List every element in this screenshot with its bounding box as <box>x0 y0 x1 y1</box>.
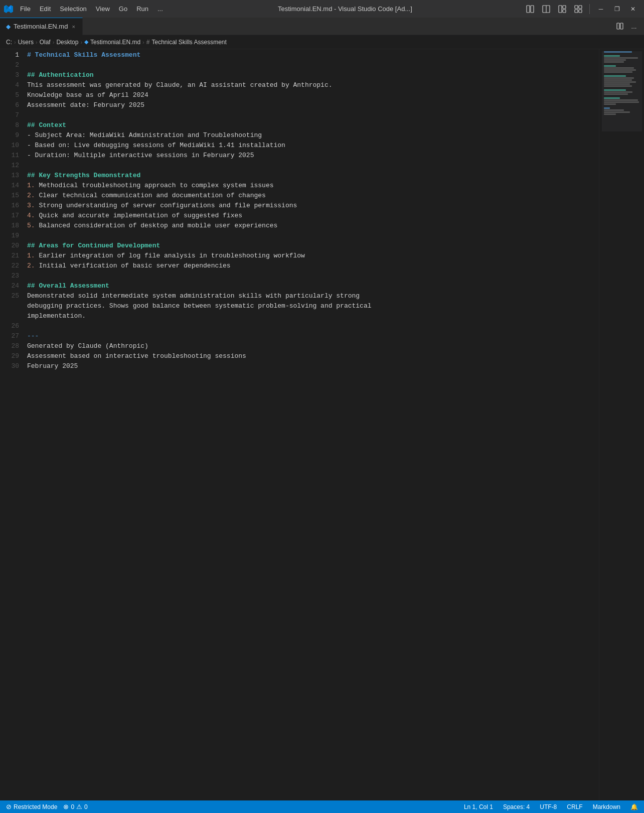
error-icon: ⊗ <box>63 803 69 810</box>
vscode-logo-icon <box>4 5 13 14</box>
code-line-27: --- <box>27 331 599 341</box>
line-num-29: 29 <box>0 351 19 361</box>
warning-count: 0 <box>84 803 88 810</box>
code-line-25c: implementation. <box>27 311 599 321</box>
encoding-label: UTF-8 <box>540 803 557 810</box>
menu-file[interactable]: File <box>16 4 35 14</box>
svg-rect-11 <box>617 23 619 29</box>
code-line-10: - Based on: Live debugging sessions of M… <box>27 141 599 151</box>
layout-btn-2[interactable] <box>539 2 553 16</box>
line-num-1: 1 <box>0 50 19 60</box>
code-line-8: ## Context <box>27 120 599 130</box>
encoding-item[interactable]: UTF-8 <box>538 800 559 813</box>
line-num-2: 2 <box>0 60 19 70</box>
code-editor[interactable]: # Technical Skills Assessment ## Authent… <box>25 49 599 800</box>
code-line-19 <box>27 231 599 241</box>
breadcrumb: C: › Users › Olaf › Desktop › ◆ Testimon… <box>0 35 644 49</box>
line-num-26: 26 <box>0 321 19 331</box>
menu-view[interactable]: View <box>92 4 114 14</box>
line-num-3: 3 <box>0 70 19 80</box>
code-line-24: ## Overall Assessment <box>27 281 599 291</box>
line-num-18: 18 <box>0 221 19 231</box>
line-num-22: 22 <box>0 261 19 271</box>
line-ending-label: CRLF <box>567 803 582 810</box>
errors-item[interactable]: ⊗ 0 ⚠ 0 <box>61 800 89 813</box>
notifications-item[interactable]: 🔔 <box>628 800 640 813</box>
line-num-8: 8 <box>0 120 19 130</box>
line-num-6: 6 <box>0 100 19 110</box>
status-bar-right: Ln 1, Col 1 Spaces: 4 UTF-8 CRLF Markdow… <box>462 800 640 813</box>
code-line-12 <box>27 161 599 171</box>
code-line-4: This assessment was generated by Claude,… <box>27 80 599 90</box>
close-button[interactable]: ✕ <box>626 2 640 16</box>
layout-btn-3[interactable] <box>555 2 569 16</box>
tab-testimonial[interactable]: ◆ Testimonial.EN.md × <box>0 18 83 35</box>
code-line-30: February 2025 <box>27 361 599 371</box>
line-num-11: 11 <box>0 151 19 161</box>
breadcrumb-olaf[interactable]: Olaf <box>40 39 51 46</box>
tab-bar: ◆ Testimonial.EN.md × ... <box>0 18 644 35</box>
line-num-7: 7 <box>0 110 19 120</box>
menu-run[interactable]: Run <box>132 4 152 14</box>
menu-more[interactable]: ... <box>153 4 167 14</box>
menu-edit[interactable]: Edit <box>36 4 55 14</box>
tab-close-button[interactable]: × <box>71 23 76 31</box>
line-num-23: 23 <box>0 271 19 281</box>
restricted-mode-item[interactable]: ⊘ Restricted Mode <box>4 800 59 813</box>
language-item[interactable]: Markdown <box>591 800 622 813</box>
window-title: Testimonial.EN.md - Visual Studio Code [… <box>171 5 519 13</box>
line-num-14: 14 <box>0 181 19 191</box>
line-numbers: 1 2 3 4 5 6 7 8 9 10 11 12 13 14 15 16 1… <box>0 49 25 800</box>
breadcrumb-sep-4: › <box>80 39 82 45</box>
minimize-button[interactable]: ─ <box>594 2 608 16</box>
split-editor-button[interactable] <box>614 20 626 32</box>
code-line-11: - Duration: Multiple interactive session… <box>27 151 599 161</box>
svg-rect-4 <box>559 6 562 13</box>
line-num-15: 15 <box>0 191 19 201</box>
svg-rect-12 <box>620 23 623 29</box>
code-line-20: ## Areas for Continued Development <box>27 241 599 251</box>
code-line-16: 3. Strong understanding of server config… <box>27 201 599 211</box>
svg-rect-7 <box>575 6 578 9</box>
code-line-1: # Technical Skills Assessment <box>27 50 599 60</box>
cursor-position-item[interactable]: Ln 1, Col 1 <box>462 800 495 813</box>
code-line-28: Generated by Claude (Anthropic) <box>27 341 599 351</box>
code-line-2 <box>27 60 599 70</box>
more-actions-button[interactable]: ... <box>628 20 640 32</box>
line-num-17: 17 <box>0 211 19 221</box>
svg-rect-1 <box>531 6 534 13</box>
minimap[interactable] <box>599 49 644 800</box>
breadcrumb-sep-2: › <box>36 39 38 45</box>
menu-bar: File Edit Selection View Go Run ... <box>16 4 167 14</box>
breadcrumb-filename[interactable]: Testimonial.EN.md <box>90 39 140 46</box>
breadcrumb-users[interactable]: Users <box>18 39 34 46</box>
editor-area: 1 2 3 4 5 6 7 8 9 10 11 12 13 14 15 16 1… <box>0 49 644 800</box>
breadcrumb-desktop[interactable]: Desktop <box>56 39 78 46</box>
layout-btn-1[interactable] <box>523 2 537 16</box>
line-num-10: 10 <box>0 141 19 151</box>
spaces-item[interactable]: Spaces: 4 <box>501 800 532 813</box>
breadcrumb-section[interactable]: Technical Skills Assessment <box>151 39 226 46</box>
line-ending-item[interactable]: CRLF <box>565 800 584 813</box>
code-line-17: 4. Quick and accurate implementation of … <box>27 211 599 221</box>
menu-selection[interactable]: Selection <box>56 4 90 14</box>
line-num-9: 9 <box>0 130 19 141</box>
svg-rect-9 <box>575 10 578 13</box>
breadcrumb-hash: # <box>146 39 150 46</box>
svg-rect-8 <box>579 6 582 9</box>
code-line-6: Assessment date: February 2025 <box>27 100 599 110</box>
breadcrumb-sep-5: › <box>142 39 144 45</box>
svg-rect-0 <box>527 6 530 13</box>
status-bar-left: ⊘ Restricted Mode ⊗ 0 ⚠ 0 <box>4 800 462 813</box>
svg-rect-10 <box>579 10 582 13</box>
restore-button[interactable]: ❐ <box>610 2 624 16</box>
layout-btn-4[interactable] <box>571 2 585 16</box>
breadcrumb-sep-1: › <box>14 39 16 45</box>
restricted-mode-label: Restricted Mode <box>14 803 57 810</box>
menu-go[interactable]: Go <box>115 4 131 14</box>
line-num-28: 28 <box>0 341 19 351</box>
language-label: Markdown <box>593 803 620 810</box>
line-num-21: 21 <box>0 251 19 261</box>
spaces-label: Spaces: 4 <box>503 803 530 810</box>
breadcrumb-c[interactable]: C: <box>6 39 12 46</box>
